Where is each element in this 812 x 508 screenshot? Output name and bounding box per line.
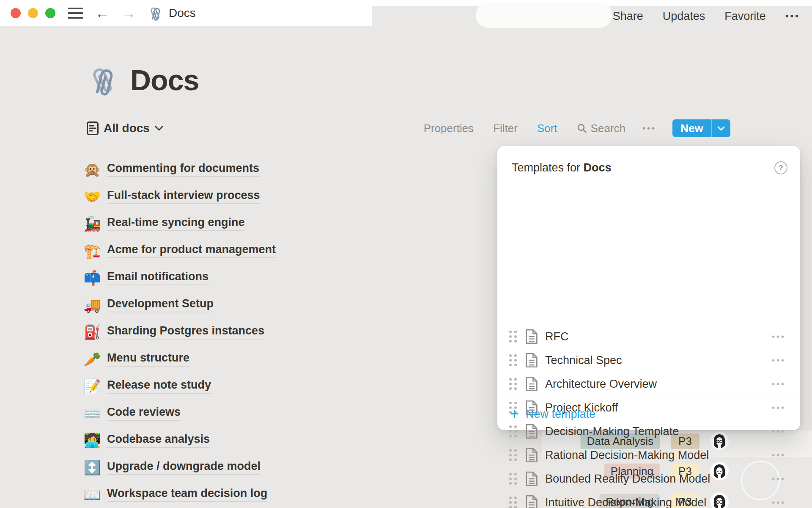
toolbar-more-icon[interactable]: ••• [642,124,656,133]
doc-list-item[interactable]: 🤝Full-stack interview process [83,187,260,206]
doc-title[interactable]: Sharding Postgres instances [107,324,264,340]
template-more-icon[interactable]: ••• [772,332,786,342]
doc-title[interactable]: Acme for product management [107,243,276,258]
chevron-down-icon [717,126,725,131]
document-icon [525,447,538,463]
page-header: Docs [85,62,199,98]
window-actions: Share Updates Favorite ••• [613,6,800,26]
doc-list-item[interactable]: 📖Workspace team decision log [83,485,267,504]
updates-button[interactable]: Updates [663,10,705,23]
new-button[interactable]: New [672,119,730,137]
drag-handle-icon[interactable] [509,449,512,452]
search-button[interactable]: Search [577,122,625,135]
doc-list-item[interactable]: 🏗️Acme for product management [83,241,276,260]
share-button[interactable]: Share [613,10,643,23]
search-icon [577,123,587,133]
new-template-button[interactable]: + New template [497,403,800,425]
new-button-label: New [672,122,711,135]
doc-title[interactable]: Commenting for documents [107,162,259,177]
template-more-icon[interactable]: ••• [772,356,786,365]
template-more-icon[interactable]: ••• [772,450,786,460]
minimize-button[interactable] [28,8,38,18]
doc-emoji: 📝 [83,379,102,393]
doc-list-item[interactable]: ⛽Sharding Postgres instances [83,323,264,341]
doc-title[interactable]: Code reviews [107,406,181,421]
new-dropdown-button[interactable] [712,126,730,131]
menu-icon[interactable] [68,8,83,19]
drag-handle-icon[interactable] [509,473,512,475]
doc-list-item[interactable]: 🚂Real-time syncing engine [83,214,245,233]
close-button[interactable] [11,8,21,18]
page-title: Docs [130,64,199,97]
favorite-button[interactable]: Favorite [724,10,766,23]
doc-emoji: 📖 [83,488,102,502]
template-item-label: Technical Spec [545,354,622,367]
doc-title[interactable]: Menu structure [107,351,189,367]
template-more-icon[interactable]: ••• [772,379,786,389]
doc-list-item[interactable]: ⌨️Code reviews [83,404,181,422]
template-more-icon[interactable]: ••• [772,498,786,508]
template-more-icon[interactable]: ••• [772,474,786,484]
view-selector[interactable]: All docs [87,119,163,137]
help-icon[interactable]: ? [774,161,787,174]
doc-list-item[interactable]: 🥕Menu structure [83,350,189,368]
forward-arrow-icon[interactable]: → [121,6,136,20]
doc-title[interactable]: Development Setup [107,297,214,312]
template-item[interactable]: Technical Spec ••• [497,348,800,372]
toolbar-actions: Properties Filter Sort Search ••• New [424,119,730,137]
doc-emoji: ⌨️ [83,406,102,420]
doc-list-icon [87,121,99,135]
chevron-down-icon [155,126,163,131]
template-item-label: Rational Decision-Making Model [545,449,709,462]
toolbar-divider [0,145,812,145]
template-item[interactable]: Bounded Reality Decision Model ••• [497,467,800,491]
template-item[interactable]: Intuitive Decision-Making Model ••• [497,491,800,508]
doc-title[interactable]: Release note study [107,378,211,394]
doc-title[interactable]: Real-time syncing engine [107,216,245,231]
doc-list-item[interactable]: 🙊Commenting for documents [83,160,259,179]
linked-paperclips-icon[interactable] [85,62,122,98]
doc-title[interactable]: Codebase analysis [107,433,210,448]
drag-handle-icon[interactable] [509,331,512,333]
template-item[interactable]: RFC ••• [497,325,800,348]
doc-emoji: 🚚 [83,298,102,312]
drag-handle-icon[interactable] [509,354,512,357]
templates-popup-header: Templates for Docs ? [512,161,787,174]
template-item-label: RFC [545,330,569,343]
window-title: Docs [147,4,196,22]
doc-list-item[interactable]: ↕️Upgrade / downgrade model [83,458,261,477]
doc-list-item[interactable]: 🚚Development Setup [83,295,214,314]
filter-button[interactable]: Filter [493,122,518,135]
app-window: ← → Docs Share Updates Favorite ••• Docs [0,0,812,508]
sort-button[interactable]: Sort [537,122,557,135]
doc-list-item[interactable]: 📝Release note study [83,377,211,395]
doc-emoji: 🥕 [83,352,102,366]
template-item[interactable]: Architecture Overview ••• [497,372,800,396]
templates-title-target: Docs [584,161,612,174]
doc-title[interactable]: Upgrade / downgrade model [107,460,261,475]
doc-title[interactable]: Full-stack interview process [107,189,260,204]
doc-emoji: 🙊 [83,163,102,177]
new-template-label: New template [526,408,595,421]
template-item-label: Decision-Making Template [545,425,679,438]
doc-list-item[interactable]: 👩‍💻Codebase analysis [83,431,210,450]
drag-handle-icon[interactable] [509,497,512,499]
back-arrow-icon[interactable]: ← [95,6,110,20]
doc-emoji: ↕️ [83,461,102,475]
popup-divider [497,398,800,398]
doc-emoji: 🏗️ [83,244,102,258]
drag-handle-icon[interactable] [509,425,512,428]
doc-emoji: 📫 [83,271,102,285]
doc-title[interactable]: Workspace team decision log [107,487,267,502]
template-item[interactable]: Rational Decision-Making Model ••• [497,443,800,467]
more-options-icon[interactable]: ••• [785,11,800,22]
properties-button[interactable]: Properties [424,122,474,135]
search-label: Search [591,122,625,135]
drag-handle-icon[interactable] [509,378,512,381]
doc-title[interactable]: Email notifications [107,270,208,285]
zoom-button[interactable] [45,8,55,18]
document-icon [525,353,538,368]
doc-emoji: 🤝 [83,190,102,204]
template-more-icon[interactable]: ••• [772,427,786,436]
doc-list-item[interactable]: 📫Email notifications [83,268,208,287]
